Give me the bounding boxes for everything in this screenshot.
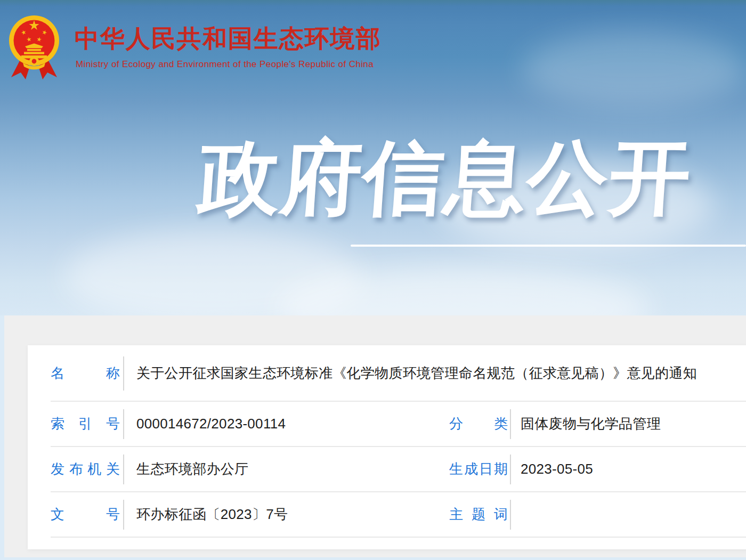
china-national-emblem-icon[interactable] xyxy=(7,9,61,85)
info-cell-name: 名称 关于公开征求国家生态环境标准《化学物质环境管理命名规范（征求意见稿）》意见… xyxy=(51,345,746,401)
info-cell-docno: 文号 环办标征函〔2023〕7号 xyxy=(51,492,432,537)
banner-underline xyxy=(351,245,746,247)
category-value: 固体废物与化学品管理 xyxy=(521,415,661,433)
info-cell-issuer: 发布机关 生态环境部办公厅 xyxy=(51,447,432,492)
issuer-value: 生态环境部办公厅 xyxy=(136,460,248,478)
vertical-divider xyxy=(123,409,124,439)
document-info-card: 名称 关于公开征求国家生态环境标准《化学物质环境管理命名规范（征求意见稿）》意见… xyxy=(28,345,746,549)
vertical-divider xyxy=(123,356,124,391)
row-divider xyxy=(51,537,746,538)
content-panel: 名称 关于公开征求国家生态环境标准《化学物质环境管理命名规范（征求意见稿）》意见… xyxy=(4,315,746,557)
site-title[interactable]: 中华人民共和国生态环境部 xyxy=(75,22,382,55)
index-label: 索引号 xyxy=(51,415,120,433)
sky-banner: 中华人民共和国生态环境部 Ministry of Ecology and Env… xyxy=(0,0,746,315)
site-header: 中华人民共和国生态环境部 Ministry of Ecology and Env… xyxy=(0,0,746,96)
vertical-divider xyxy=(510,455,511,484)
info-row-name: 名称 关于公开征求国家生态环境标准《化学物质环境管理命名规范（征求意见稿）》意见… xyxy=(28,345,746,401)
content-area: 名称 关于公开征求国家生态环境标准《化学物质环境管理命名规范（征求意见稿）》意见… xyxy=(0,315,746,560)
category-label: 分类 xyxy=(449,415,508,433)
name-label: 名称 xyxy=(51,364,120,383)
docno-label: 文号 xyxy=(51,505,120,524)
info-cell-category: 分类 固体废物与化学品管理 xyxy=(449,401,746,447)
site-subtitle-en: Ministry of Ecology and Environment of t… xyxy=(76,59,374,70)
issuer-label: 发布机关 xyxy=(51,460,120,478)
index-value: 000014672/2023-00114 xyxy=(136,416,286,432)
info-row-index-category: 索引号 000014672/2023-00114 分类 固体废物与化学品管理 xyxy=(28,401,746,447)
banner-title: 政府信息公开 xyxy=(193,133,698,222)
vertical-divider xyxy=(510,500,511,530)
info-cell-date: 生成日期 2023-05-05 xyxy=(449,447,746,492)
name-value: 关于公开征求国家生态环境标准《化学物质环境管理命名规范（征求意见稿）》意见的通知 xyxy=(136,364,697,383)
info-row-issuer-date: 发布机关 生态环境部办公厅 生成日期 2023-05-05 xyxy=(28,447,746,492)
date-label: 生成日期 xyxy=(449,460,508,478)
info-cell-index: 索引号 000014672/2023-00114 xyxy=(51,401,432,447)
info-row-docno-subject: 文号 环办标征函〔2023〕7号 主题词 xyxy=(28,492,746,537)
date-value: 2023-05-05 xyxy=(521,461,593,477)
subject-label: 主题词 xyxy=(449,505,508,524)
info-cell-subject: 主题词 xyxy=(449,492,746,537)
vertical-divider xyxy=(123,455,124,484)
page: 中华人民共和国生态环境部 Ministry of Ecology and Env… xyxy=(0,0,746,560)
docno-value: 环办标征函〔2023〕7号 xyxy=(136,505,288,524)
vertical-divider xyxy=(123,500,124,530)
vertical-divider xyxy=(510,409,511,439)
